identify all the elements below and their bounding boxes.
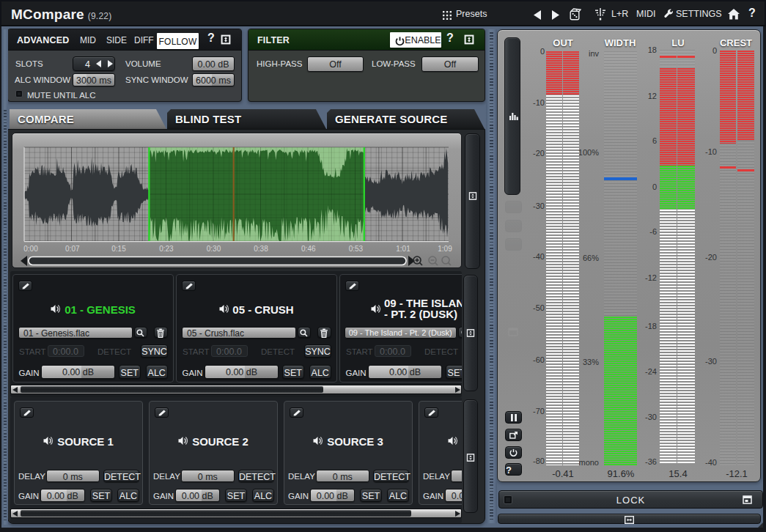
svg-text:0:00: 0:00: [23, 245, 38, 253]
svg-text:0:30: 0:30: [207, 245, 221, 253]
svg-text:0:46: 0:46: [301, 245, 316, 253]
svg-text:0:15: 0:15: [111, 245, 126, 253]
svg-text:0:07: 0:07: [65, 245, 80, 253]
svg-text:1:01: 1:01: [396, 245, 410, 253]
svg-text:0:53: 0:53: [349, 245, 364, 253]
svg-text:0:38: 0:38: [254, 245, 268, 253]
svg-text:0:23: 0:23: [159, 245, 174, 253]
svg-text:1:09: 1:09: [438, 245, 452, 253]
